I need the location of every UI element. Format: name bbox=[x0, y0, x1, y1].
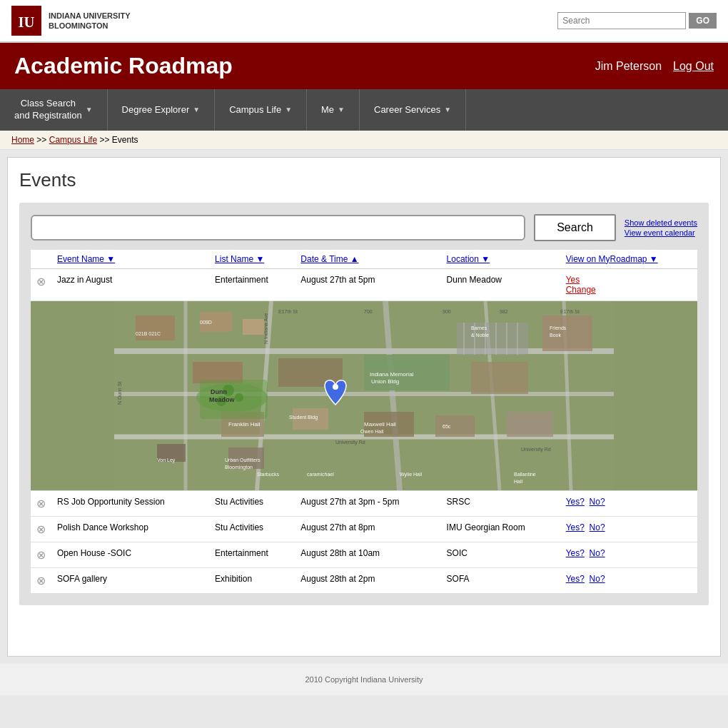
sort-event-name[interactable]: Event Name ▼ bbox=[57, 254, 115, 264]
no-link[interactable]: No? bbox=[590, 522, 605, 532]
breadcrumb: Home >> Campus Life >> Events bbox=[0, 131, 728, 150]
footer: 2010 Copyright Indiana University bbox=[0, 664, 728, 695]
breadcrumb-home[interactable]: Home bbox=[11, 135, 34, 145]
nav-item-class-search[interactable]: Class Searchand Registration ▼ bbox=[0, 89, 108, 131]
svg-text:65c: 65c bbox=[443, 424, 451, 429]
svg-point-71 bbox=[333, 384, 338, 390]
svg-text:& Noble: & Noble bbox=[471, 333, 489, 338]
svg-text:982: 982 bbox=[500, 309, 508, 314]
nav-item-career-services[interactable]: Career Services ▼ bbox=[360, 89, 466, 131]
list-name-cell: Exhibition bbox=[209, 567, 295, 593]
search-button[interactable]: Search bbox=[534, 214, 616, 241]
col-event-name: Event Name ▼ bbox=[51, 250, 209, 269]
remove-icon[interactable]: ⊗ bbox=[36, 275, 46, 288]
location-cell: IMU Georgian Room bbox=[441, 516, 560, 542]
sort-date-time[interactable]: Date & Time ▲ bbox=[300, 254, 358, 264]
list-name-cell: Entertainment bbox=[209, 268, 295, 300]
svg-rect-23 bbox=[507, 412, 553, 437]
table-row: ⊗ RS Job Opportunity Session Stu Activit… bbox=[31, 490, 697, 516]
no-link[interactable]: No? bbox=[590, 548, 605, 558]
action-cell: Yes Change bbox=[560, 268, 697, 300]
svg-text:700: 700 bbox=[364, 309, 373, 314]
view-event-calendar-link[interactable]: View event calendar bbox=[625, 228, 697, 237]
date-time-cell: August 27th at 8pm bbox=[295, 516, 440, 542]
nav-item-me[interactable]: Me ▼ bbox=[307, 89, 360, 131]
svg-text:Meadow: Meadow bbox=[209, 396, 236, 403]
remove-icon[interactable]: ⊗ bbox=[36, 575, 46, 587]
action-cell: Yes? No? bbox=[560, 490, 697, 516]
svg-text:Von Ley: Von Ley bbox=[157, 457, 176, 463]
remove-icon[interactable]: ⊗ bbox=[36, 497, 46, 510]
search-links: Show deleted events View event calendar bbox=[625, 218, 697, 237]
top-search-input[interactable] bbox=[557, 12, 686, 29]
remove-icon[interactable]: ⊗ bbox=[36, 523, 46, 535]
svg-text:caramichael: caramichael bbox=[307, 472, 334, 477]
top-bar: IU INDIANA UNIVERSITY BLOOMINGTON GO bbox=[0, 0, 728, 43]
remove-cell: ⊗ bbox=[31, 516, 51, 542]
sort-location[interactable]: Location ▼ bbox=[447, 254, 490, 264]
svg-text:E17th St: E17th St bbox=[560, 309, 580, 314]
no-link[interactable]: No? bbox=[590, 497, 605, 507]
yes-link[interactable]: Yes? bbox=[566, 548, 585, 558]
svg-text:University Rd: University Rd bbox=[335, 440, 365, 445]
events-tbody: ⊗ Jazz in August Entertainment August 27… bbox=[31, 268, 697, 593]
top-search-area: GO bbox=[557, 12, 717, 29]
svg-text:Maxwell Hall: Maxwell Hall bbox=[364, 421, 396, 428]
table-row: ⊗ Open House -SOIC Entertainment August … bbox=[31, 542, 697, 567]
sort-view-myroadmap[interactable]: View on MyRoadmap ▼ bbox=[566, 254, 658, 264]
svg-text:009D: 009D bbox=[200, 320, 212, 325]
svg-text:Friends: Friends bbox=[550, 325, 567, 330]
chevron-down-icon: ▼ bbox=[86, 105, 93, 114]
search-row: Search Show deleted events View event ca… bbox=[31, 214, 697, 241]
yes-link[interactable]: Yes? bbox=[566, 574, 585, 584]
breadcrumb-events: Events bbox=[112, 135, 138, 145]
svg-rect-13 bbox=[243, 319, 264, 335]
date-time-cell: August 28th at 2pm bbox=[295, 567, 440, 593]
event-name-cell: Polish Dance Workshop bbox=[51, 516, 209, 542]
table-row: ⊗ SOFA gallery Exhibition August 28th at… bbox=[31, 567, 697, 593]
svg-text:University Rd: University Rd bbox=[521, 447, 551, 453]
col-date-time: Date & Time ▲ bbox=[295, 250, 440, 269]
remove-icon[interactable]: ⊗ bbox=[36, 549, 46, 561]
logout-link[interactable]: Log Out bbox=[673, 60, 714, 73]
action-cell: Yes? No? bbox=[560, 516, 697, 542]
action-cell: Yes? No? bbox=[560, 567, 697, 593]
map-row: Dunn Meadow Indiana Memorial Union Bldg … bbox=[31, 300, 697, 490]
table-row: ⊗ Polish Dance Workshop Stu Activities A… bbox=[31, 516, 697, 542]
user-area: Jim Peterson Log Out bbox=[595, 60, 714, 73]
show-deleted-events-link[interactable]: Show deleted events bbox=[625, 218, 697, 227]
event-search-input[interactable] bbox=[31, 215, 525, 241]
change-link[interactable]: Change bbox=[566, 285, 596, 295]
iu-university-name: INDIANA UNIVERSITY BLOOMINGTON bbox=[49, 11, 131, 31]
sort-list-name[interactable]: List Name ▼ bbox=[215, 254, 264, 264]
copyright-text: 2010 Copyright Indiana University bbox=[305, 675, 423, 684]
go-button[interactable]: GO bbox=[689, 13, 717, 29]
col-view-myroadmap: View on MyRoadmap ▼ bbox=[560, 250, 697, 269]
svg-text:Urban Outfitters: Urban Outfitters bbox=[225, 457, 261, 462]
list-name-cell: Stu Activities bbox=[209, 490, 295, 516]
svg-text:Dunn: Dunn bbox=[211, 388, 227, 395]
svg-text:N Dunn St: N Dunn St bbox=[117, 381, 122, 404]
remove-cell: ⊗ bbox=[31, 268, 51, 300]
yes-link[interactable]: Yes? bbox=[566, 522, 585, 532]
svg-text:Starbucks: Starbucks bbox=[257, 472, 280, 477]
nav-item-campus-life[interactable]: Campus Life ▼ bbox=[215, 89, 307, 131]
svg-text:Wylie Hall: Wylie Hall bbox=[400, 472, 422, 477]
yes-link[interactable]: Yes bbox=[566, 275, 580, 285]
breadcrumb-campus-life[interactable]: Campus Life bbox=[49, 135, 97, 145]
svg-text:900: 900 bbox=[443, 309, 451, 314]
svg-text:Hall: Hall bbox=[514, 479, 523, 484]
table-row: ⊗ Jazz in August Entertainment August 27… bbox=[31, 268, 697, 300]
no-link[interactable]: No? bbox=[590, 574, 605, 584]
svg-text:E17th St: E17th St bbox=[278, 309, 298, 314]
svg-text:Student Bldg: Student Bldg bbox=[289, 415, 318, 420]
app-title: Academic Roadmap bbox=[14, 53, 233, 79]
svg-text:N Indiana Ave: N Indiana Ave bbox=[263, 313, 268, 344]
action-cell: Yes? No? bbox=[560, 542, 697, 567]
chevron-down-icon: ▼ bbox=[193, 106, 200, 113]
nav-item-degree-explorer[interactable]: Degree Explorer ▼ bbox=[108, 89, 216, 131]
campus-map: Dunn Meadow Indiana Memorial Union Bldg … bbox=[31, 301, 697, 490]
date-time-cell: August 28th at 10am bbox=[295, 542, 440, 567]
svg-point-29 bbox=[235, 393, 243, 402]
yes-link[interactable]: Yes? bbox=[566, 497, 585, 507]
